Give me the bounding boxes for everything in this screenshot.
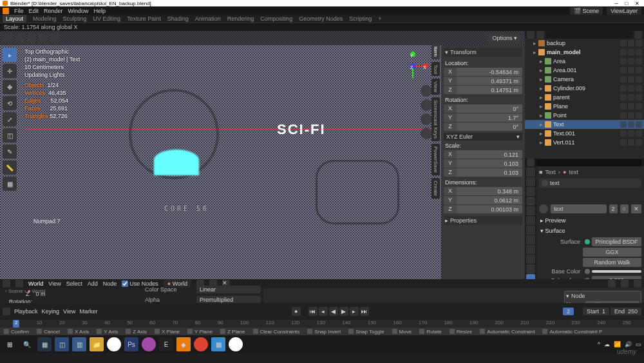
tl-view[interactable]: View	[63, 308, 75, 315]
outliner-row[interactable]: ▸Cylinder.009	[525, 84, 644, 93]
snap-icon[interactable]	[621, 280, 629, 288]
node-menu-view[interactable]: View	[48, 280, 61, 287]
tab-viewlayer[interactable]	[526, 187, 535, 196]
timeline-ruler[interactable]: 2102030405060708090100110120130140150160…	[0, 320, 644, 328]
props-type-icon[interactable]	[527, 159, 535, 166]
start-frame[interactable]: Start 1	[583, 308, 609, 315]
outliner-type-icon[interactable]	[527, 31, 535, 39]
next-keyframe-icon[interactable]: ▸	[350, 307, 359, 316]
shading-icon[interactable]	[634, 280, 641, 288]
play-reverse-icon[interactable]: ◀	[329, 307, 338, 316]
tab-item[interactable]: Item	[431, 44, 440, 59]
autokey-icon[interactable]: ●	[292, 307, 301, 316]
scl-z[interactable]: Z0.103	[444, 168, 522, 177]
dim-x[interactable]: X0.348 m	[444, 187, 522, 195]
scl-x[interactable]: X0.121	[444, 150, 522, 159]
menu-help[interactable]: Help	[94, 8, 106, 14]
outliner-row[interactable]: ▸Area	[525, 57, 644, 66]
preview-header[interactable]: ▸ Preview	[539, 215, 641, 226]
node-menu-add[interactable]: Add	[88, 280, 98, 287]
node-socket-icon[interactable]	[585, 239, 590, 244]
tab-sculpting[interactable]: Sculpting	[63, 15, 87, 22]
snap-icon[interactable]	[39, 34, 48, 43]
tab-add[interactable]: +	[378, 15, 381, 22]
tool-measure[interactable]: 📏	[3, 161, 17, 175]
tool-move[interactable]: ✥	[3, 80, 17, 94]
dim-z[interactable]: Z0.00103 m	[444, 205, 522, 213]
perspective-icon[interactable]	[421, 128, 432, 139]
editor-type-icon[interactable]	[3, 280, 10, 288]
app-4-icon[interactable]	[194, 337, 208, 351]
shader-type-icon[interactable]	[15, 280, 23, 288]
chrome-icon[interactable]	[107, 337, 121, 351]
menu-render[interactable]: Render	[44, 8, 63, 14]
outliner-row[interactable]: ▸parent	[525, 93, 644, 102]
jump-start-icon[interactable]: ⏮	[308, 307, 317, 316]
outliner-row[interactable]: ▸Point	[525, 111, 644, 120]
editor-type-icon[interactable]	[3, 308, 10, 315]
loc-y[interactable]: Y0.49371 m	[444, 77, 522, 85]
node-graph[interactable]: ▾Node Name:Environment T...	[264, 288, 644, 303]
rotation-mode[interactable]: XYZ Euler▾	[444, 133, 522, 141]
outliner-row[interactable]: ▸Vert.011	[525, 138, 644, 147]
tray-wifi-icon[interactable]: 📶	[614, 341, 621, 348]
rot-y[interactable]: Y1.7°	[444, 113, 522, 122]
tab-scripting[interactable]: Scripting	[349, 15, 372, 22]
maximize-button[interactable]: □	[622, 1, 631, 6]
epic-icon[interactable]: E	[159, 337, 173, 351]
menu-file[interactable]: File	[14, 8, 24, 14]
pivot-icon[interactable]	[27, 34, 36, 43]
explorer-icon[interactable]: 📁	[90, 337, 104, 351]
camera-icon[interactable]	[421, 113, 432, 125]
tool-cursor[interactable]: ✛	[3, 64, 17, 78]
colorspace-select[interactable]: Linear	[196, 286, 261, 293]
distribution-select[interactable]: GGX	[583, 248, 641, 257]
tab-animation[interactable]: Animation	[195, 15, 221, 22]
basecolor-value[interactable]	[592, 270, 641, 273]
tray-sound-icon[interactable]: 🔊	[625, 341, 632, 348]
tab-modifier[interactable]	[526, 226, 535, 235]
nav-gizmo[interactable]: X Y Z	[397, 50, 428, 81]
photoshop-icon[interactable]: Ps	[124, 337, 138, 351]
tab-view[interactable]: View	[431, 79, 440, 95]
outliner-row[interactable]: ▸Text.001	[525, 129, 644, 138]
props-search[interactable]	[536, 159, 642, 166]
dim-y[interactable]: Y0.0612 m	[444, 196, 522, 204]
search-icon[interactable]: 🔍	[20, 337, 34, 351]
tab-compositing[interactable]: Compositing	[260, 15, 292, 22]
subsurf-method[interactable]: Random Walk	[583, 258, 641, 267]
tab-physics[interactable]	[526, 245, 535, 254]
loc-x[interactable]: X-0.54634 m	[444, 68, 522, 76]
tab-tool[interactable]: Tool	[431, 62, 440, 77]
app-5-icon[interactable]: ▦	[211, 337, 225, 351]
editor-type-icon[interactable]	[4, 34, 13, 43]
tab-render[interactable]	[526, 168, 535, 177]
node-menu-world[interactable]: World	[28, 280, 43, 287]
viewlayer-selector[interactable]: ViewLayer	[607, 7, 641, 15]
app-3-icon[interactable]	[142, 337, 156, 351]
outliner-row[interactable]: ▸Camera	[525, 75, 644, 84]
tab-screencast[interactable]: Screencast Keys	[431, 97, 440, 141]
socket-icon[interactable]	[585, 269, 590, 274]
scene-selector[interactable]: 🎬 Scene	[570, 7, 603, 15]
transform-header[interactable]: ▾Transform	[444, 48, 522, 57]
tab-texture[interactable]: Texture Paint	[127, 15, 161, 22]
tl-playback[interactable]: Playback	[14, 308, 38, 315]
menu-edit[interactable]: Edit	[29, 8, 39, 14]
outliner-row[interactable]: ▸main_model	[525, 48, 644, 57]
tab-powersave[interactable]: PowerSave	[431, 144, 440, 175]
new-material-icon[interactable]: ○	[620, 204, 629, 213]
tab-object[interactable]	[526, 216, 535, 225]
chrome2-icon[interactable]	[229, 337, 243, 351]
outliner-search[interactable]	[546, 32, 632, 39]
tab-output[interactable]	[526, 177, 535, 186]
loc-z[interactable]: Z0.14751 m	[444, 86, 522, 94]
options-button[interactable]: Options ▾	[488, 34, 521, 43]
tool-annotate[interactable]: ✎	[3, 144, 17, 159]
end-frame[interactable]: End 250	[611, 308, 641, 315]
3d-viewport[interactable]: Options ▾ ▸ ✛ ✥ ⟲ ⤢ ◫ ✎ 📏 ▦ Top Orthogra…	[0, 31, 525, 279]
overlay-icon[interactable]	[608, 280, 616, 288]
tray-lang-icon[interactable]: ▭	[636, 341, 641, 348]
tray-cloud-icon[interactable]: ☁	[604, 341, 610, 348]
material-name-input[interactable]: text	[551, 204, 607, 213]
